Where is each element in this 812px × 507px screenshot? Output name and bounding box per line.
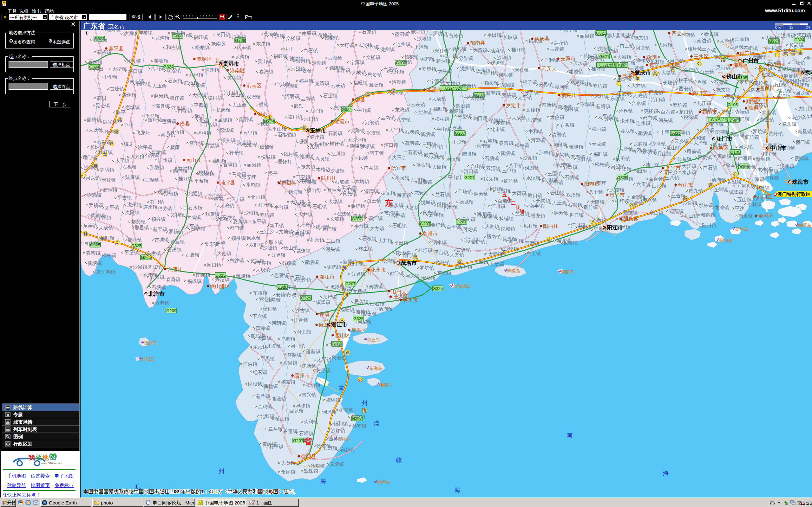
svg-text:阳江市: 阳江市 xyxy=(607,225,623,231)
svg-text:新宝镇: 新宝镇 xyxy=(153,227,167,232)
svg-text:大衙镇: 大衙镇 xyxy=(112,66,126,72)
svg-text:玉林市: 玉林市 xyxy=(310,128,326,134)
svg-text:高良镇: 高良镇 xyxy=(395,175,409,180)
svg-text:顺德区: 顺德区 xyxy=(746,99,761,104)
svg-text:福旺镇: 福旺镇 xyxy=(340,307,354,312)
svg-text:斜阳岛: 斜阳岛 xyxy=(142,356,155,361)
svg-text:庆丰镇: 庆丰镇 xyxy=(237,45,251,50)
svg-text:连州镇: 连州镇 xyxy=(143,204,157,210)
svg-text:镇隆镇: 镇隆镇 xyxy=(729,189,743,195)
svg-text:郁南县: 郁南县 xyxy=(470,40,485,46)
svg-text:草潭镇: 草潭镇 xyxy=(256,326,270,331)
svg-text:历洞镇: 历洞镇 xyxy=(617,91,631,96)
svg-text:江洪镇: 江洪镇 xyxy=(243,361,257,367)
svg-text:旧州镇: 旧州镇 xyxy=(158,158,172,163)
svg-text:石塘镇: 石塘镇 xyxy=(151,285,166,290)
svg-text:谢鸡镇: 谢鸡镇 xyxy=(580,101,595,107)
svg-text:肇庆市: 肇庆市 xyxy=(635,70,651,76)
svg-text:岑溪市: 岑溪市 xyxy=(426,87,442,93)
svg-text:通门镇: 通门镇 xyxy=(735,116,750,122)
svg-text:省: 省 xyxy=(303,437,312,446)
svg-text:恋城镇: 恋城镇 xyxy=(125,105,140,110)
svg-text:高州市: 高州市 xyxy=(422,231,438,236)
svg-text:蟠龙镇: 蟠龙镇 xyxy=(777,88,792,94)
svg-text:石咀镇: 石咀镇 xyxy=(299,431,313,436)
svg-text:下湾镇: 下湾镇 xyxy=(414,44,428,49)
svg-text:棠下镇: 棠下镇 xyxy=(709,121,723,127)
svg-text:东: 东 xyxy=(385,199,393,208)
svg-text:清湖镇: 清湖镇 xyxy=(312,60,326,66)
svg-text:巷贤镇: 巷贤镇 xyxy=(93,37,107,43)
svg-text:双滘镇: 双滘镇 xyxy=(486,166,501,171)
svg-text:石颈镇: 石颈镇 xyxy=(281,261,296,266)
svg-text:东莞市: 东莞市 xyxy=(805,70,812,76)
svg-text:电白县: 电白县 xyxy=(392,289,407,294)
svg-text:广: 广 xyxy=(775,52,779,57)
svg-text:公: 公 xyxy=(697,61,702,66)
svg-text:阳春市: 阳春市 xyxy=(584,181,600,187)
svg-text:板桥镇: 板桥镇 xyxy=(563,240,577,245)
svg-text:长坡镇: 长坡镇 xyxy=(490,262,504,267)
svg-text:顿梭镇: 顿梭镇 xyxy=(324,35,339,40)
svg-text:塘岸镇: 塘岸镇 xyxy=(310,134,324,140)
svg-text:宁潭镇: 宁潭镇 xyxy=(257,260,271,266)
svg-text:武乐: 武乐 xyxy=(294,103,303,109)
svg-text:通门镇: 通门镇 xyxy=(322,226,337,232)
svg-text:福旺镇: 福旺镇 xyxy=(100,235,114,240)
svg-text:镇龙: 镇龙 xyxy=(124,141,133,147)
svg-text:大方镇: 大方镇 xyxy=(370,226,384,231)
svg-text:双滘镇: 双滘镇 xyxy=(246,94,261,100)
svg-text:化州市: 化州市 xyxy=(370,267,386,273)
svg-text:文楼镇: 文楼镇 xyxy=(353,289,367,294)
svg-text:黄岭镇: 黄岭镇 xyxy=(768,131,783,136)
svg-text:澳门特别行政区: 澳门特别行政区 xyxy=(777,191,811,197)
svg-text:沙坪镇: 沙坪镇 xyxy=(504,246,518,251)
svg-text:杏坛镇: 杏坛镇 xyxy=(735,109,749,114)
svg-text:那扶镇: 那扶镇 xyxy=(623,210,638,215)
svg-text:石窝镇: 石窝镇 xyxy=(334,179,349,185)
svg-text:罗坑镇: 罗坑镇 xyxy=(100,167,114,172)
svg-text:顿梭镇: 顿梭镇 xyxy=(484,80,499,86)
svg-text:角尾镇: 角尾镇 xyxy=(281,469,295,475)
svg-text:太平镇: 太平镇 xyxy=(438,68,452,74)
svg-text:均田垌: 均田垌 xyxy=(473,116,488,121)
svg-text:化龙镇: 化龙镇 xyxy=(761,72,775,77)
svg-text:大玉余: 大玉余 xyxy=(152,83,166,89)
svg-text:龙湾镇: 龙湾镇 xyxy=(715,205,729,210)
svg-text:徐闻县: 徐闻县 xyxy=(301,454,316,459)
svg-text:泉水镇: 泉水镇 xyxy=(247,235,261,240)
svg-text:陈平: 陈平 xyxy=(116,110,125,115)
svg-text:观珠镇: 观珠镇 xyxy=(490,60,505,65)
svg-text:岭北镇: 岭北镇 xyxy=(297,329,311,334)
svg-text:兰山镇: 兰山镇 xyxy=(326,238,340,243)
svg-text:回龙镇: 回龙镇 xyxy=(796,90,810,96)
svg-text:高: 高 xyxy=(115,240,119,245)
svg-text:大桥镇: 大桥镇 xyxy=(302,179,316,185)
svg-text:新塘镇: 新塘镇 xyxy=(88,261,102,266)
svg-text:白土镇: 白土镇 xyxy=(367,198,381,204)
svg-text:月山镇: 月山镇 xyxy=(657,151,671,156)
svg-text:百合镇: 百合镇 xyxy=(649,176,663,181)
svg-text:永宁镇: 永宁镇 xyxy=(397,117,411,122)
svg-text:新圩镇: 新圩镇 xyxy=(107,30,121,33)
svg-text:树仔镇: 树仔镇 xyxy=(569,212,583,218)
svg-text:文楼镇: 文楼镇 xyxy=(446,81,460,86)
svg-text:雅塘镇: 雅塘镇 xyxy=(449,108,463,114)
svg-text:官渡镇: 官渡镇 xyxy=(272,396,286,401)
svg-text:顿梭镇: 顿梭镇 xyxy=(151,216,165,222)
svg-text:云安县: 云安县 xyxy=(542,66,557,71)
svg-text:中山市: 中山市 xyxy=(770,145,786,151)
svg-text:0 km: 0 km xyxy=(775,25,783,30)
svg-text:大湾镇: 大湾镇 xyxy=(473,48,487,53)
svg-text:沙琅镇: 沙琅镇 xyxy=(310,463,325,469)
svg-text:罗镜镇: 罗镜镇 xyxy=(89,203,103,208)
svg-text:文楼镇: 文楼镇 xyxy=(366,55,380,60)
svg-text:泗水镇: 泗水镇 xyxy=(352,213,367,219)
svg-text:良田镇: 良田镇 xyxy=(616,156,630,161)
svg-text:大方镇: 大方镇 xyxy=(450,252,464,257)
svg-text:泗水镇: 泗水镇 xyxy=(432,239,447,245)
svg-text:那丽镇: 那丽镇 xyxy=(128,237,142,242)
svg-text:白石镇: 白石镇 xyxy=(370,301,385,306)
svg-text:大隆镇: 大隆镇 xyxy=(590,199,605,205)
svg-text:和安镇: 和安镇 xyxy=(339,407,353,412)
